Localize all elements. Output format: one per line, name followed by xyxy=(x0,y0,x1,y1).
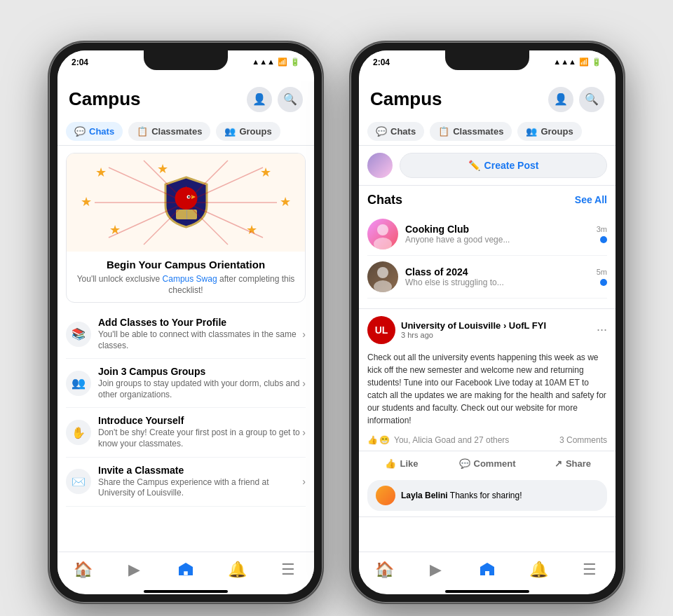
home-bar-2 xyxy=(445,590,529,593)
svg-line-14 xyxy=(144,160,186,203)
time-1: 2:04 xyxy=(72,57,88,67)
tab-classmates-2[interactable]: 📋 Classmates xyxy=(430,122,512,141)
home-bar-1 xyxy=(144,590,228,593)
svg-line-8 xyxy=(109,167,186,203)
tab-classmates-icon-1: 📋 xyxy=(137,126,148,137)
notch xyxy=(144,50,228,70)
checklist-icon-2: ✋ xyxy=(66,420,91,445)
chevron-right-icon-0: › xyxy=(302,329,306,340)
phone-2: 2:04 ▲▲▲ 📶 🔋 Campus 👤 🔍 xyxy=(351,42,624,603)
orientation-banner: ✕ ★ ★ ★ ★ ★ ★ ★ xyxy=(66,153,306,303)
post-header: UL University of Louisville › UofL FYI 3… xyxy=(359,309,616,348)
svg-line-16 xyxy=(144,203,186,245)
tab-groups-2[interactable]: 👥 Groups xyxy=(517,122,581,141)
nav-campus-1[interactable] xyxy=(172,559,200,580)
unread-dot-0 xyxy=(600,236,607,243)
chat-preview-0: Anyone have a good vege... xyxy=(405,235,590,245)
nav-menu-2[interactable]: ☰ xyxy=(576,559,604,580)
checklist-icon-3: ✉️ xyxy=(66,469,91,494)
checklist-item-3[interactable]: ✉️ Invite a Classmate Share the Campus e… xyxy=(66,458,306,507)
comment-body: Thanks for sharing! xyxy=(450,491,522,500)
search-icon-btn-1[interactable]: 🔍 xyxy=(278,87,303,112)
like-button[interactable]: 👍 Like xyxy=(359,454,444,473)
nav-bell-2[interactable]: 🔔 xyxy=(524,559,552,580)
unread-dot-1 xyxy=(600,279,607,286)
bottom-nav-1: 🏠 ▶ 🔔 ☰ xyxy=(57,552,314,586)
tabs-row-2: 💬 Chats 📋 Classmates 👥 Groups xyxy=(359,118,616,146)
share-button[interactable]: ↗ Share xyxy=(530,454,616,473)
chevron-right-icon-2: › xyxy=(302,427,306,438)
tab-classmates-label-2: Classmates xyxy=(453,126,503,137)
post-time: 3 hrs ago xyxy=(401,331,591,339)
tab-chats-2[interactable]: 💬 Chats xyxy=(367,122,424,141)
post-author: University of Louisville › UofL FYI xyxy=(401,320,591,331)
tab-chats-label-2: Chats xyxy=(390,126,416,137)
checklist-item-0[interactable]: 📚 Add Classes to Your Profile You'll be … xyxy=(66,310,306,359)
status-icons-1: ▲▲▲ 📶 🔋 xyxy=(252,57,300,67)
see-all-button[interactable]: See All xyxy=(575,194,607,205)
svg-rect-19 xyxy=(184,571,188,575)
chats-section: Chats See All Cooking Club xyxy=(359,186,616,303)
chat-item-1[interactable]: Class of 2024 Who else is struggling to.… xyxy=(367,256,607,299)
like-label: Like xyxy=(400,458,418,469)
chats-section-title: Chats xyxy=(367,193,402,207)
status-icons-2: ▲▲▲ 📶 🔋 xyxy=(553,57,601,67)
checklist-item-1[interactable]: 👥 Join 3 Campus Groups Join groups to st… xyxy=(66,359,306,408)
checklist-item-2[interactable]: ✋ Introduce Yourself Don't be shy! Creat… xyxy=(66,408,306,457)
nav-menu-1[interactable]: ☰ xyxy=(274,559,302,580)
tab-groups-1[interactable]: 👥 Groups xyxy=(216,122,280,141)
create-post-button[interactable]: ✏️ Create Post xyxy=(400,153,607,178)
commenter-avatar xyxy=(376,486,395,505)
tab-chats-icon-2: 💬 xyxy=(376,126,387,137)
chat-preview-1: Who else is struggling to... xyxy=(405,278,590,287)
checklist-title-3: Invite a Classmate xyxy=(98,465,302,476)
profile-icon-btn-1[interactable]: 👤 xyxy=(247,87,272,112)
checklist-title-2: Introduce Yourself xyxy=(98,415,302,426)
nav-campus-2[interactable] xyxy=(473,559,501,580)
post-more-btn[interactable]: ··· xyxy=(597,322,607,337)
tab-groups-label-1: Groups xyxy=(239,126,271,137)
nav-home-2[interactable]: 🏠 xyxy=(371,559,399,580)
search-icon-btn-2[interactable]: 🔍 xyxy=(579,87,604,112)
share-label: Share xyxy=(566,458,591,469)
checklist-desc-1: Join groups to stay updated with your do… xyxy=(98,378,302,400)
svg-point-22 xyxy=(374,238,392,249)
post-actions: 👍 Like 💬 Comment ↗ Share xyxy=(359,451,616,476)
nav-video-1[interactable]: ▶ xyxy=(121,559,149,580)
tab-classmates-1[interactable]: 📋 Classmates xyxy=(128,122,210,141)
svg-line-13 xyxy=(186,203,263,238)
profile-icon-btn-2[interactable]: 👤 xyxy=(548,87,573,112)
tab-classmates-icon-2: 📋 xyxy=(438,126,449,137)
app-header-1: Campus 👤 🔍 xyxy=(57,81,314,118)
checklist-title-0: Add Classes to Your Profile xyxy=(98,317,302,328)
edit-icon: ✏️ xyxy=(468,160,480,171)
header-icons-1: 👤 🔍 xyxy=(247,87,303,112)
chat-item-0[interactable]: Cooking Club Anyone have a good vege... … xyxy=(367,213,607,256)
post-body: Check out all the university events happ… xyxy=(359,348,616,432)
phone-1: 2:04 ▲▲▲ 📶 🔋 Campus 👤 🔍 xyxy=(49,42,322,603)
checklist-icon-1: 👥 xyxy=(66,371,91,396)
checklist-desc-0: You'll be able to connect with classmate… xyxy=(98,329,302,351)
checklist-icon-0: 📚 xyxy=(66,322,91,347)
header-icons-2: 👤 🔍 xyxy=(548,87,604,112)
like-icon: 👍 xyxy=(385,458,396,469)
nav-bell-1[interactable]: 🔔 xyxy=(223,559,251,580)
chevron-right-icon-3: › xyxy=(302,476,306,487)
nav-video-2[interactable]: ▶ xyxy=(422,559,450,580)
banner-image: ★ ★ ★ ★ ★ ★ ★ xyxy=(67,153,305,252)
svg-point-21 xyxy=(377,224,388,235)
chat-time-0: 3m xyxy=(597,225,607,233)
tab-chats-1[interactable]: 💬 Chats xyxy=(66,122,123,141)
banner-text: Begin Your Campus Orientation You'll unl… xyxy=(67,252,305,303)
app-title-2: Campus xyxy=(370,88,442,110)
nav-home-1[interactable]: 🏠 xyxy=(69,559,97,580)
campus-swag-link[interactable]: Campus Swag xyxy=(163,274,217,284)
svg-rect-26 xyxy=(485,571,489,575)
checklist-desc-2: Don't be shy! Create your first post in … xyxy=(98,427,302,449)
chevron-right-icon-1: › xyxy=(302,378,306,389)
tab-classmates-label-1: Classmates xyxy=(151,126,202,137)
chats-section-header: Chats See All xyxy=(367,193,607,207)
user-avatar-2 xyxy=(367,153,393,178)
comment-button[interactable]: 💬 Comment xyxy=(444,454,530,473)
chat-time-1: 5m xyxy=(597,268,607,276)
